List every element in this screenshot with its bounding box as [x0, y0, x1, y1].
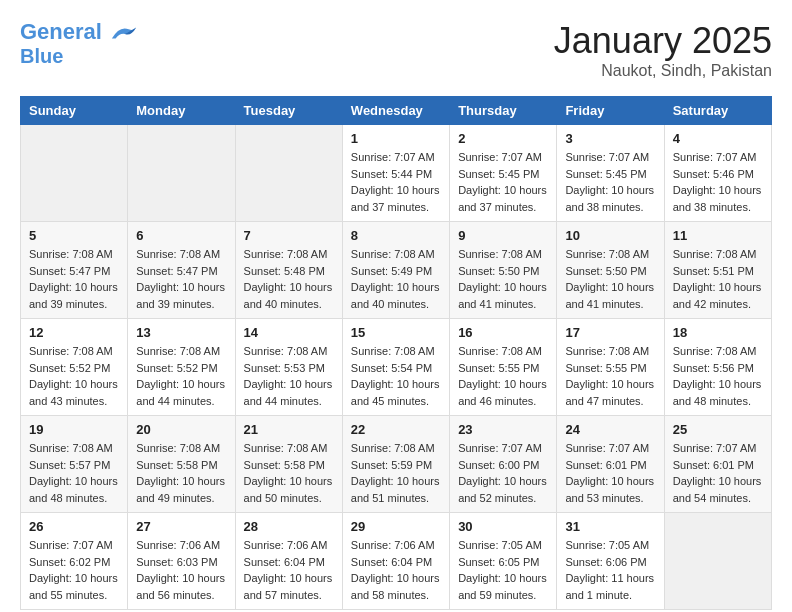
calendar-cell: [21, 125, 128, 222]
calendar-cell: 21Sunrise: 7:08 AMSunset: 5:58 PMDayligh…: [235, 416, 342, 513]
day-info: Sunrise: 7:07 AMSunset: 5:46 PMDaylight:…: [673, 149, 763, 215]
day-number: 27: [136, 519, 226, 534]
day-number: 31: [565, 519, 655, 534]
page-title: January 2025: [554, 20, 772, 62]
day-info: Sunrise: 7:08 AMSunset: 5:52 PMDaylight:…: [29, 343, 119, 409]
day-number: 18: [673, 325, 763, 340]
day-number: 19: [29, 422, 119, 437]
calendar-cell: 20Sunrise: 7:08 AMSunset: 5:58 PMDayligh…: [128, 416, 235, 513]
day-number: 25: [673, 422, 763, 437]
page-header: General Blue January 2025 Naukot, Sindh,…: [20, 20, 772, 80]
day-number: 17: [565, 325, 655, 340]
title-block: January 2025 Naukot, Sindh, Pakistan: [554, 20, 772, 80]
calendar-table: SundayMondayTuesdayWednesdayThursdayFrid…: [20, 96, 772, 610]
calendar-cell: 24Sunrise: 7:07 AMSunset: 6:01 PMDayligh…: [557, 416, 664, 513]
day-number: 23: [458, 422, 548, 437]
calendar-cell: 11Sunrise: 7:08 AMSunset: 5:51 PMDayligh…: [664, 222, 771, 319]
calendar-cell: 5Sunrise: 7:08 AMSunset: 5:47 PMDaylight…: [21, 222, 128, 319]
day-number: 21: [244, 422, 334, 437]
calendar-cell: 6Sunrise: 7:08 AMSunset: 5:47 PMDaylight…: [128, 222, 235, 319]
day-number: 1: [351, 131, 441, 146]
day-number: 22: [351, 422, 441, 437]
day-info: Sunrise: 7:07 AMSunset: 6:01 PMDaylight:…: [565, 440, 655, 506]
day-info: Sunrise: 7:08 AMSunset: 5:50 PMDaylight:…: [458, 246, 548, 312]
day-number: 4: [673, 131, 763, 146]
day-number: 30: [458, 519, 548, 534]
day-info: Sunrise: 7:07 AMSunset: 6:00 PMDaylight:…: [458, 440, 548, 506]
logo: General Blue: [20, 20, 138, 67]
calendar-cell: 29Sunrise: 7:06 AMSunset: 6:04 PMDayligh…: [342, 513, 449, 610]
day-info: Sunrise: 7:08 AMSunset: 5:55 PMDaylight:…: [565, 343, 655, 409]
calendar-cell: 8Sunrise: 7:08 AMSunset: 5:49 PMDaylight…: [342, 222, 449, 319]
calendar-cell: 10Sunrise: 7:08 AMSunset: 5:50 PMDayligh…: [557, 222, 664, 319]
day-info: Sunrise: 7:08 AMSunset: 5:59 PMDaylight:…: [351, 440, 441, 506]
day-info: Sunrise: 7:05 AMSunset: 6:05 PMDaylight:…: [458, 537, 548, 603]
day-info: Sunrise: 7:08 AMSunset: 5:58 PMDaylight:…: [136, 440, 226, 506]
day-info: Sunrise: 7:06 AMSunset: 6:03 PMDaylight:…: [136, 537, 226, 603]
calendar-week-row: 1Sunrise: 7:07 AMSunset: 5:44 PMDaylight…: [21, 125, 772, 222]
calendar-header-row: SundayMondayTuesdayWednesdayThursdayFrid…: [21, 97, 772, 125]
calendar-cell: 12Sunrise: 7:08 AMSunset: 5:52 PMDayligh…: [21, 319, 128, 416]
day-info: Sunrise: 7:07 AMSunset: 5:44 PMDaylight:…: [351, 149, 441, 215]
calendar-cell: 19Sunrise: 7:08 AMSunset: 5:57 PMDayligh…: [21, 416, 128, 513]
day-info: Sunrise: 7:06 AMSunset: 6:04 PMDaylight:…: [244, 537, 334, 603]
day-info: Sunrise: 7:07 AMSunset: 5:45 PMDaylight:…: [458, 149, 548, 215]
calendar-cell: 22Sunrise: 7:08 AMSunset: 5:59 PMDayligh…: [342, 416, 449, 513]
day-info: Sunrise: 7:05 AMSunset: 6:06 PMDaylight:…: [565, 537, 655, 603]
calendar-week-row: 19Sunrise: 7:08 AMSunset: 5:57 PMDayligh…: [21, 416, 772, 513]
day-info: Sunrise: 7:07 AMSunset: 6:02 PMDaylight:…: [29, 537, 119, 603]
day-number: 29: [351, 519, 441, 534]
logo-text2: Blue: [20, 45, 138, 67]
day-info: Sunrise: 7:08 AMSunset: 5:51 PMDaylight:…: [673, 246, 763, 312]
calendar-cell: 26Sunrise: 7:07 AMSunset: 6:02 PMDayligh…: [21, 513, 128, 610]
day-number: 5: [29, 228, 119, 243]
calendar-cell: 4Sunrise: 7:07 AMSunset: 5:46 PMDaylight…: [664, 125, 771, 222]
day-info: Sunrise: 7:06 AMSunset: 6:04 PMDaylight:…: [351, 537, 441, 603]
day-number: 2: [458, 131, 548, 146]
calendar-cell: 2Sunrise: 7:07 AMSunset: 5:45 PMDaylight…: [450, 125, 557, 222]
calendar-cell: 28Sunrise: 7:06 AMSunset: 6:04 PMDayligh…: [235, 513, 342, 610]
calendar-cell: 27Sunrise: 7:06 AMSunset: 6:03 PMDayligh…: [128, 513, 235, 610]
calendar-cell: [128, 125, 235, 222]
page-subtitle: Naukot, Sindh, Pakistan: [554, 62, 772, 80]
calendar-cell: 1Sunrise: 7:07 AMSunset: 5:44 PMDaylight…: [342, 125, 449, 222]
calendar-cell: 3Sunrise: 7:07 AMSunset: 5:45 PMDaylight…: [557, 125, 664, 222]
calendar-cell: 9Sunrise: 7:08 AMSunset: 5:50 PMDaylight…: [450, 222, 557, 319]
calendar-cell: 30Sunrise: 7:05 AMSunset: 6:05 PMDayligh…: [450, 513, 557, 610]
day-number: 10: [565, 228, 655, 243]
day-number: 15: [351, 325, 441, 340]
calendar-cell: 7Sunrise: 7:08 AMSunset: 5:48 PMDaylight…: [235, 222, 342, 319]
day-info: Sunrise: 7:08 AMSunset: 5:53 PMDaylight:…: [244, 343, 334, 409]
day-number: 3: [565, 131, 655, 146]
day-info: Sunrise: 7:08 AMSunset: 5:48 PMDaylight:…: [244, 246, 334, 312]
calendar-cell: 14Sunrise: 7:08 AMSunset: 5:53 PMDayligh…: [235, 319, 342, 416]
calendar-cell: 31Sunrise: 7:05 AMSunset: 6:06 PMDayligh…: [557, 513, 664, 610]
day-number: 12: [29, 325, 119, 340]
weekday-header: Monday: [128, 97, 235, 125]
day-info: Sunrise: 7:08 AMSunset: 5:57 PMDaylight:…: [29, 440, 119, 506]
calendar-cell: 13Sunrise: 7:08 AMSunset: 5:52 PMDayligh…: [128, 319, 235, 416]
day-info: Sunrise: 7:08 AMSunset: 5:49 PMDaylight:…: [351, 246, 441, 312]
calendar-cell: 23Sunrise: 7:07 AMSunset: 6:00 PMDayligh…: [450, 416, 557, 513]
day-info: Sunrise: 7:08 AMSunset: 5:54 PMDaylight:…: [351, 343, 441, 409]
day-number: 14: [244, 325, 334, 340]
weekday-header: Wednesday: [342, 97, 449, 125]
day-number: 6: [136, 228, 226, 243]
weekday-header: Friday: [557, 97, 664, 125]
day-number: 16: [458, 325, 548, 340]
day-info: Sunrise: 7:07 AMSunset: 5:45 PMDaylight:…: [565, 149, 655, 215]
calendar-cell: 25Sunrise: 7:07 AMSunset: 6:01 PMDayligh…: [664, 416, 771, 513]
calendar-cell: 16Sunrise: 7:08 AMSunset: 5:55 PMDayligh…: [450, 319, 557, 416]
day-info: Sunrise: 7:08 AMSunset: 5:58 PMDaylight:…: [244, 440, 334, 506]
day-number: 20: [136, 422, 226, 437]
day-number: 13: [136, 325, 226, 340]
calendar-week-row: 5Sunrise: 7:08 AMSunset: 5:47 PMDaylight…: [21, 222, 772, 319]
calendar-cell: 17Sunrise: 7:08 AMSunset: 5:55 PMDayligh…: [557, 319, 664, 416]
day-info: Sunrise: 7:08 AMSunset: 5:47 PMDaylight:…: [136, 246, 226, 312]
day-info: Sunrise: 7:08 AMSunset: 5:56 PMDaylight:…: [673, 343, 763, 409]
day-number: 8: [351, 228, 441, 243]
calendar-cell: 15Sunrise: 7:08 AMSunset: 5:54 PMDayligh…: [342, 319, 449, 416]
day-info: Sunrise: 7:08 AMSunset: 5:50 PMDaylight:…: [565, 246, 655, 312]
calendar-cell: [664, 513, 771, 610]
day-number: 28: [244, 519, 334, 534]
